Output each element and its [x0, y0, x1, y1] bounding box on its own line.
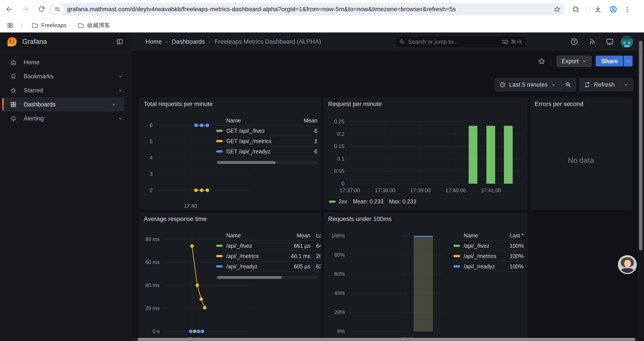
panel-title[interactable]: Requests under 100ms — [328, 215, 392, 222]
brand-name: Grafana — [22, 38, 116, 46]
legend-column-header[interactable]: Mean — [298, 117, 318, 124]
reload-button[interactable] — [36, 4, 47, 15]
panel-total-requests[interactable]: Total requests per minute 6543217:40 Nam… — [140, 98, 321, 210]
panel-requests-under-100ms[interactable]: Requests under 100ms 100%80%60%40%20%0%1… — [324, 213, 528, 341]
browser-menu-button[interactable] — [622, 4, 632, 15]
chevron-down-icon[interactable] — [118, 116, 123, 121]
apps-grid-icon — [7, 22, 13, 29]
share-button[interactable]: Share — [596, 56, 624, 67]
dock-sidebar-icon[interactable] — [116, 38, 124, 46]
legend-scrollbar[interactable] — [216, 161, 318, 164]
panel-average-response-time[interactable]: Average response time 80 ms60 ms40 ms20 … — [140, 213, 321, 341]
bookmark-folder-blogs[interactable]: 收藏博客 — [73, 20, 114, 31]
grafana-logo-icon[interactable] — [8, 37, 17, 46]
breadcrumb-dashboards[interactable]: Dashboards — [172, 38, 205, 45]
back-button[interactable] — [4, 4, 14, 15]
series-name[interactable]: GET /api/_/readyz — [226, 148, 270, 155]
legend-scrollbar-thumb[interactable] — [217, 161, 276, 164]
panel-request-per-minute[interactable]: Request per minute 0.250.20.150.10.05017… — [324, 98, 528, 210]
bell-icon — [10, 115, 18, 122]
legend-row[interactable]: /api/_/metrics40.1 ms20.5 r — [216, 251, 321, 261]
news-button[interactable] — [588, 37, 597, 47]
display-button[interactable] — [605, 37, 615, 47]
url-text[interactable]: grafana.mathmast.com/d/deytv4rwavabkb/fr… — [67, 6, 552, 13]
sidebar-item-starred[interactable]: Starred — [0, 83, 131, 97]
legend-column-header[interactable]: Name — [216, 117, 298, 124]
breadcrumb-home[interactable]: Home — [146, 38, 162, 45]
refresh-button[interactable]: Refresh — [580, 78, 619, 91]
favorite-star-icon[interactable] — [538, 57, 546, 65]
extensions-button[interactable] — [570, 4, 581, 15]
bookmark-folder-freeleaps[interactable]: Freeleaps — [27, 20, 71, 31]
chevron-down-icon[interactable] — [111, 102, 116, 107]
legend-row[interactable]: /api/_/readyz100% — [454, 261, 524, 272]
downloads-button[interactable] — [593, 4, 603, 15]
refresh-interval-button[interactable] — [619, 78, 633, 91]
search-box[interactable]: ⌘+k — [395, 36, 526, 48]
chevron-down-icon[interactable] — [118, 74, 123, 79]
vertical-scrollbar-thumb[interactable] — [639, 41, 642, 250]
bookmark-page-button[interactable] — [552, 4, 562, 15]
legend-scrollbar[interactable] — [216, 276, 318, 279]
site-settings-button[interactable] — [51, 3, 64, 15]
series-name[interactable]: GET /api/_/livez — [226, 128, 265, 134]
series-name[interactable]: /api/_/livez — [226, 243, 252, 249]
legend-row[interactable]: /api/_/livez100% — [454, 241, 524, 251]
legend-row[interactable]: GET /api/_/readyz6 — [216, 146, 318, 157]
forward-button[interactable] — [20, 4, 31, 15]
zoom-out-button[interactable] — [560, 78, 576, 91]
series-name[interactable]: GET /api/_/metrics — [226, 138, 272, 144]
export-button[interactable]: Export — [556, 56, 592, 67]
legend-row[interactable]: GET /api/_/metrics2 — [216, 136, 318, 146]
series-name[interactable]: /api/_/livez — [464, 243, 490, 249]
legend-scrollbar-thumb[interactable] — [217, 276, 282, 279]
series-name[interactable]: /api/_/metrics — [226, 253, 259, 259]
panel-title[interactable]: Request per minute — [328, 101, 382, 108]
panel-title[interactable]: Errors per second — [534, 101, 584, 108]
breadcrumb-current: Freeleaps Metrics Dashboard (ALPHA) — [214, 38, 321, 45]
svg-text:6: 6 — [150, 122, 152, 128]
panel-title[interactable]: Average response time — [144, 215, 207, 222]
refresh-label: Refresh — [594, 81, 615, 88]
legend-column-header[interactable]: Name — [216, 232, 278, 239]
sidebar-item-bookmarks[interactable]: Bookmarks — [0, 69, 131, 83]
profile-button[interactable] — [608, 4, 618, 15]
series-name[interactable]: /api/_/metrics — [464, 253, 496, 259]
legend-row[interactable]: GET /api/_/livez6 — [216, 126, 318, 136]
svg-text:17:40: 17:40 — [184, 203, 197, 209]
floating-assistant-avatar[interactable] — [618, 255, 637, 274]
search-input[interactable] — [408, 38, 502, 45]
sidebar-item-home[interactable]: Home — [0, 55, 131, 69]
sidebar-item-alerting[interactable]: Alerting — [0, 112, 131, 126]
puzzle-icon — [572, 6, 579, 13]
legend-row[interactable]: /api/_/livez661 µs646 — [216, 241, 321, 251]
legend-row[interactable]: /api/_/readyz605 µs620 — [216, 261, 321, 272]
legend-row[interactable]: /api/_/metrics100% — [454, 251, 524, 261]
chevron-down-icon[interactable] — [118, 88, 123, 93]
series-color-pill — [216, 140, 223, 142]
legend-column-header[interactable]: Mean — [278, 232, 310, 239]
horizontal-scrollbar-thumb[interactable] — [138, 338, 635, 341]
series-color-pill — [216, 130, 223, 132]
panel-title[interactable]: Total requests per minute — [144, 101, 212, 108]
user-avatar[interactable] — [621, 36, 633, 48]
time-range-picker[interactable]: Last 5 minutes — [495, 78, 560, 91]
sidebar-item-label: Bookmarks — [24, 73, 118, 80]
apps-button[interactable] — [5, 20, 15, 31]
series-name[interactable]: /api/_/readyz — [464, 263, 495, 270]
series-name[interactable]: /api/_/readyz — [226, 263, 258, 270]
url-bar[interactable]: grafana.mathmast.com/d/deytv4rwavabkb/fr… — [50, 3, 565, 15]
legend-series-name[interactable]: 2xx — [339, 198, 347, 205]
share-menu-button[interactable] — [624, 56, 633, 67]
sidebar-item-dashboards[interactable]: Dashboards — [2, 97, 124, 112]
series-value: 605 µs — [278, 263, 310, 270]
page-horizontal-scrollbar[interactable] — [131, 338, 638, 341]
legend-column-header[interactable]: Las — [310, 232, 321, 239]
legend-column-header[interactable]: Name — [454, 232, 500, 239]
legend-column-header[interactable]: Last * — [500, 232, 524, 239]
panel-errors-per-second[interactable]: Errors per second No data — [530, 98, 631, 210]
page-vertical-scrollbar[interactable] — [638, 33, 644, 337]
help-button[interactable] — [570, 37, 579, 47]
series-color-pill — [216, 245, 223, 247]
chevron-down-icon — [582, 59, 586, 64]
